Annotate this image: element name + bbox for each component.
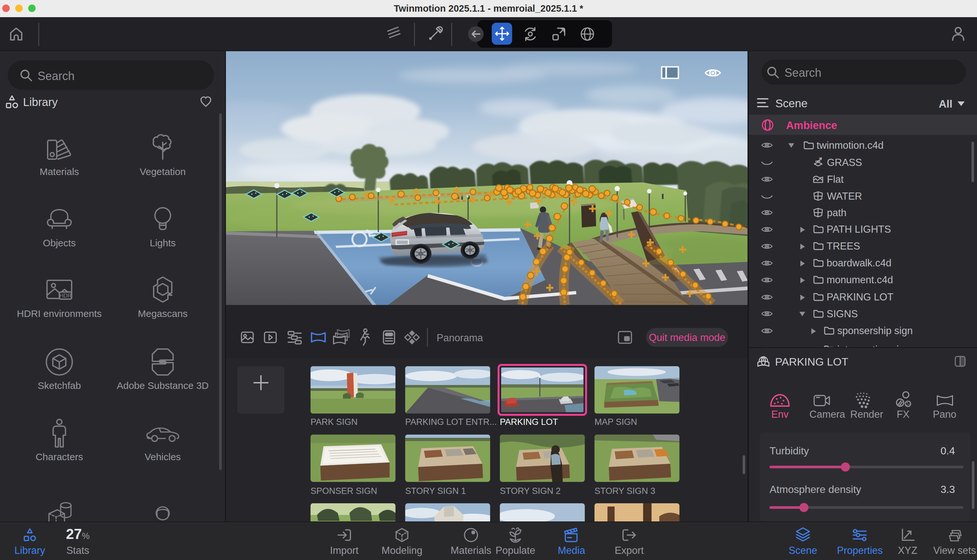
svg-text:HDR: HDR — [60, 293, 72, 299]
